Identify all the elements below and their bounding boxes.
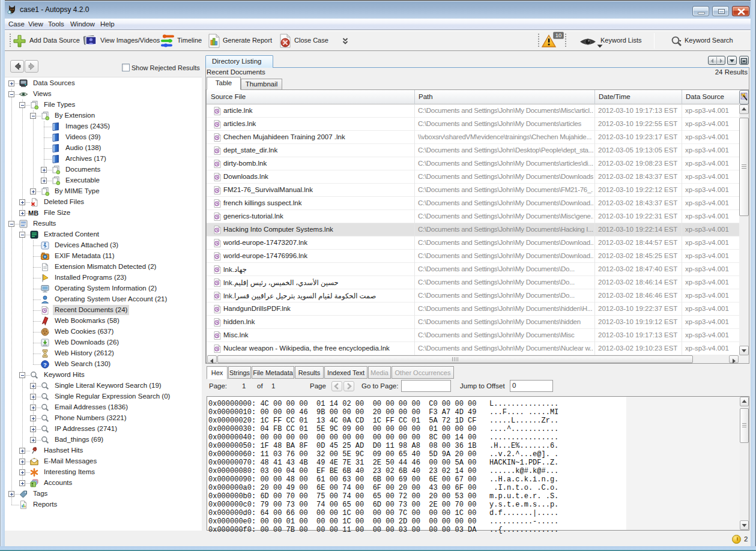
svg-text:?: ? [43,361,47,368]
